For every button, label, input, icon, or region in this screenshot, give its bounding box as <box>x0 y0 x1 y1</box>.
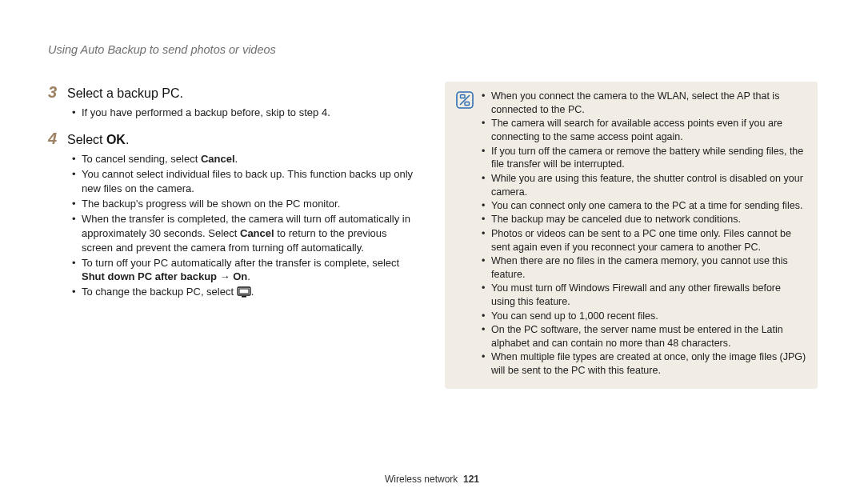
bullet-item: If you have performed a backup before, s… <box>72 106 418 120</box>
left-column: 3 Select a backup PC. If you have perfor… <box>48 82 418 389</box>
svg-rect-5 <box>461 95 466 98</box>
note-item: You can connect only one camera to the P… <box>482 199 806 213</box>
step-4: 4 Select OK. <box>48 130 418 148</box>
step-4-bullets: To cancel sending, select Cancel. You ca… <box>72 152 418 302</box>
text: To cancel sending, select <box>82 153 201 165</box>
note-item: On the PC software, the server name must… <box>482 323 806 350</box>
text: Select <box>67 133 106 146</box>
bullet-item: To change the backup PC, select . <box>72 285 418 302</box>
note-item: If you turn off the camera or remove the… <box>482 145 806 172</box>
note-box: When you connect the camera to the WLAN,… <box>445 82 818 389</box>
bullet-item: To turn off your PC automatically after … <box>72 256 418 285</box>
note-item: When there are no files in the camera me… <box>482 254 806 282</box>
page-footer: Wireless network 121 <box>0 474 864 485</box>
step-3: 3 Select a backup PC. <box>48 83 418 102</box>
text: . <box>251 286 254 298</box>
bold-text: Cancel <box>201 153 235 165</box>
note-item: While you are using this feature, the sh… <box>482 172 806 199</box>
bullet-item: To cancel sending, select Cancel. <box>72 152 418 166</box>
svg-rect-6 <box>465 102 470 106</box>
manual-page: Using Auto Backup to send photos or vide… <box>0 0 864 504</box>
footer-page-number: 121 <box>463 474 479 485</box>
note-item: The backup may be canceled due to networ… <box>482 213 806 226</box>
note-item: The camera will search for available acc… <box>482 117 806 144</box>
note-item: Photos or videos can be sent to a PC one… <box>482 227 806 254</box>
svg-rect-1 <box>239 289 249 294</box>
note-list: When you connect the camera to the WLAN,… <box>482 90 806 378</box>
bullet-item: You cannot select individual files to ba… <box>72 167 418 196</box>
bold-text: Cancel <box>240 227 274 239</box>
content-columns: 3 Select a backup PC. If you have perfor… <box>48 82 818 389</box>
section-header: Using Auto Backup to send photos or vide… <box>48 43 818 56</box>
step-3-bullets: If you have performed a backup before, s… <box>72 106 418 120</box>
footer-section: Wireless network <box>385 474 458 485</box>
bullet-item: When the transfer is completed, the came… <box>72 212 418 255</box>
bullet-item: The backup's progress will be shown on t… <box>72 197 418 211</box>
text: . <box>247 270 250 282</box>
text: . <box>235 153 238 165</box>
text: . <box>126 133 129 146</box>
step-text: Select a backup PC. <box>67 86 183 101</box>
note-item: When you connect the camera to the WLAN,… <box>482 90 806 117</box>
step-number: 3 <box>48 83 67 102</box>
pc-change-icon <box>237 286 251 302</box>
right-column: When you connect the camera to the WLAN,… <box>445 82 818 389</box>
text: To change the backup PC, select <box>82 286 237 298</box>
note-item: You must turn off Windows Firewall and a… <box>482 282 806 309</box>
note-icon <box>456 91 474 109</box>
step-text: Select OK. <box>67 133 129 147</box>
note-item: You can send up to 1,000 recent files. <box>482 310 806 323</box>
bold-text: OK <box>106 133 126 146</box>
svg-rect-2 <box>242 296 246 298</box>
step-number: 4 <box>48 130 67 148</box>
text: To turn off your PC automatically after … <box>82 257 399 269</box>
bold-text: Shut down PC after backup → On <box>82 270 247 282</box>
note-item: When multiple file types are created at … <box>482 350 806 378</box>
